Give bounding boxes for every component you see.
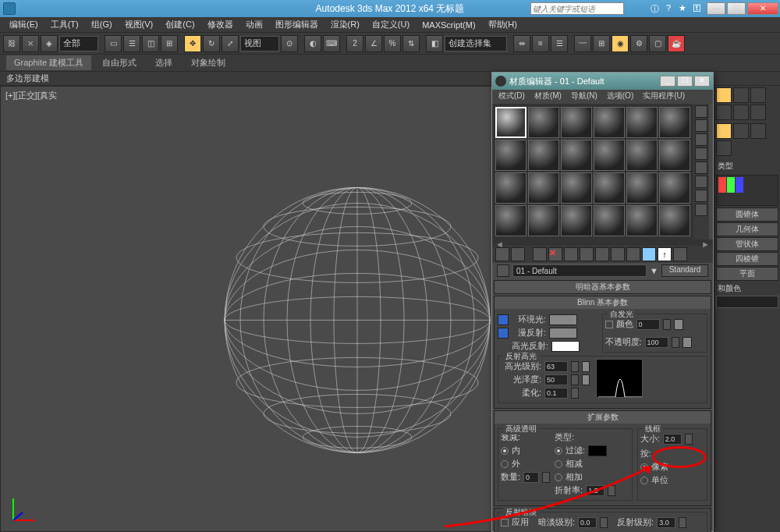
speclevel-map[interactable] — [582, 361, 590, 372]
reset-icon[interactable]: ✕ — [548, 247, 562, 261]
menu-view[interactable]: 视图(V) — [119, 17, 160, 32]
menu-render[interactable]: 渲染(R) — [324, 17, 366, 32]
dim-spin[interactable] — [578, 517, 597, 528]
name-input[interactable] — [716, 296, 778, 308]
copy-icon[interactable] — [564, 247, 578, 261]
type-sub-radio[interactable] — [555, 460, 562, 468]
ior-spin[interactable] — [586, 485, 604, 496]
falloff-in-radio[interactable] — [501, 447, 509, 455]
viewport-label[interactable]: [+][正交][真实 — [5, 90, 57, 101]
select-by-icon[interactable] — [695, 204, 707, 216]
menu-create[interactable]: 创建(C) — [159, 17, 200, 32]
dlgmenu-opts[interactable]: 选项(O) — [604, 90, 636, 104]
close-button[interactable]: ✕ — [747, 2, 778, 15]
ribbon-tab-freeform[interactable]: 自由形式 — [94, 55, 144, 70]
ior-spinner[interactable] — [608, 485, 615, 496]
lock-diffuse-icon[interactable] — [498, 328, 509, 339]
ambient-swatch[interactable] — [549, 314, 577, 325]
slot-21[interactable] — [561, 205, 592, 236]
keyboard-icon[interactable]: ⌨ — [323, 35, 340, 52]
selfillum-check[interactable] — [605, 321, 613, 328]
slot-9[interactable] — [561, 140, 592, 171]
options-icon[interactable] — [695, 190, 707, 202]
render-icon[interactable]: ☕ — [668, 35, 685, 52]
select-icon[interactable]: ▭ — [105, 35, 122, 52]
amount-spin[interactable] — [523, 472, 539, 483]
refl-spinner[interactable] — [679, 517, 686, 528]
key-icon[interactable]: ⚿ — [691, 3, 702, 14]
slot-13[interactable] — [495, 172, 526, 204]
amount-spinner[interactable] — [542, 472, 550, 483]
menu-anim[interactable]: 动画 — [239, 17, 269, 32]
selfillum-spin[interactable] — [636, 319, 660, 330]
material-type-button[interactable]: Standard — [661, 264, 708, 277]
link-icon[interactable]: ⛓ — [3, 35, 20, 52]
named-sel-dropdown[interactable]: 创建选择集 — [445, 36, 507, 51]
display-tab-icon[interactable] — [733, 105, 749, 120]
falloff-out-radio[interactable] — [501, 460, 509, 468]
slot-6[interactable] — [659, 107, 690, 138]
render-frame-icon[interactable]: ▢ — [649, 35, 666, 52]
cameras-icon[interactable] — [716, 140, 732, 156]
gloss-spin[interactable] — [544, 374, 568, 385]
slot-20[interactable] — [528, 205, 559, 236]
select-name-icon[interactable]: ☰ — [123, 35, 140, 52]
scale-icon[interactable]: ⤢ — [222, 35, 239, 52]
layers-icon[interactable]: ☰ — [551, 35, 568, 52]
eyedropper-icon[interactable] — [497, 264, 509, 277]
snap-angle-icon[interactable]: ∠ — [365, 35, 382, 52]
specular-swatch[interactable] — [551, 341, 580, 352]
selfillum-map[interactable] — [674, 319, 683, 330]
ribbon-tab-graphite[interactable]: Graphite 建模工具 — [6, 55, 91, 70]
align-icon[interactable]: ≡ — [532, 35, 549, 52]
menu-help[interactable]: 帮助(H) — [482, 17, 523, 32]
search-input[interactable] — [530, 2, 624, 15]
lock-ambient-icon[interactable] — [498, 314, 509, 325]
menu-maxscript[interactable]: MAXScript(M) — [416, 19, 481, 31]
dlgmenu-util[interactable]: 实用程序(U) — [640, 90, 688, 104]
schematic-icon[interactable]: ⊞ — [593, 35, 610, 52]
utility-tab-icon[interactable] — [750, 105, 766, 120]
dlg-max-button[interactable]: ☐ — [677, 76, 693, 87]
minimize-button[interactable]: — — [707, 2, 725, 15]
slot-17[interactable] — [626, 172, 658, 204]
named-sel-icon[interactable]: ◧ — [426, 35, 443, 52]
dlg-min-button[interactable]: _ — [660, 76, 675, 87]
apply-check[interactable] — [501, 519, 509, 527]
speclevel-spin[interactable] — [544, 361, 568, 372]
diffuse-swatch[interactable] — [549, 328, 577, 339]
slot-16[interactable] — [594, 172, 625, 204]
type-filter-radio[interactable] — [555, 447, 562, 455]
slot-19[interactable] — [495, 205, 526, 236]
slot-1[interactable] — [495, 107, 526, 138]
slot-12[interactable] — [659, 140, 690, 171]
opacity-spinner[interactable] — [672, 337, 679, 348]
dlgmenu-mode[interactable]: 模式(D) — [495, 90, 528, 104]
maximize-button[interactable]: ☐ — [727, 2, 746, 15]
btn-plane[interactable]: 平面 — [716, 267, 778, 281]
filter-swatch[interactable] — [588, 445, 607, 456]
slot-15[interactable] — [561, 172, 592, 204]
ribbon-tab-paint[interactable]: 对象绘制 — [183, 55, 233, 70]
show-end-icon[interactable] — [642, 247, 656, 261]
dim-spinner[interactable] — [600, 517, 608, 528]
wire-size-spinner[interactable] — [685, 434, 693, 445]
mirror-icon[interactable]: ⇹ — [513, 35, 530, 52]
soften-spin[interactable] — [544, 388, 568, 399]
filter-dropdown[interactable]: 全部 — [59, 36, 98, 51]
gloss-spinner[interactable] — [571, 374, 579, 385]
slot-14[interactable] — [528, 172, 559, 204]
window-cross-icon[interactable]: ⊞ — [161, 35, 178, 52]
sample-type-icon[interactable] — [695, 105, 707, 118]
create-tab-icon[interactable] — [716, 87, 732, 103]
go-parent-icon[interactable]: ↑ — [658, 247, 672, 261]
soften-spinner[interactable] — [571, 388, 579, 399]
manip-icon[interactable]: ◐ — [304, 35, 321, 52]
btn-geosphere[interactable]: 几何体 — [716, 222, 778, 236]
refcoord-dropdown[interactable]: 视图 — [240, 36, 279, 51]
rollup-ext[interactable]: 扩展参数 — [495, 411, 711, 424]
btn-tube[interactable]: 管状体 — [716, 237, 778, 251]
spinner-snap-icon[interactable]: ⇅ — [402, 35, 420, 52]
slot-2[interactable] — [528, 107, 559, 138]
menu-modifiers[interactable]: 修改器 — [201, 17, 239, 32]
